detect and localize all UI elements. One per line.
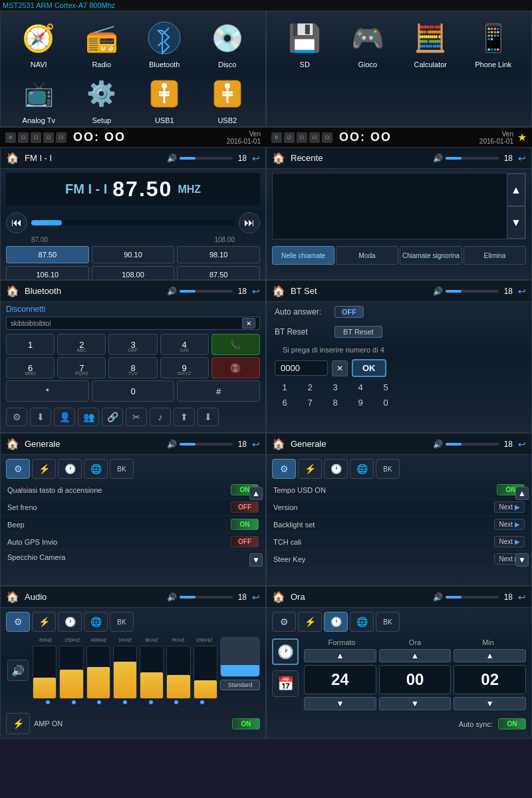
bt-btn-8[interactable]: ⬆: [174, 408, 195, 426]
ora-tab-clock[interactable]: 🕐: [324, 612, 348, 632]
ora-min-down[interactable]: ▼: [454, 697, 526, 710]
app-phonelink[interactable]: 📱 Phone Link: [467, 18, 520, 68]
bt-key-9[interactable]: 9WXYZ: [160, 357, 209, 378]
home-icon-ora[interactable]: 🏠: [272, 591, 285, 603]
audio-tab-settings[interactable]: ⚙: [6, 612, 30, 632]
app-navi[interactable]: 🧭 NAVI: [12, 18, 65, 68]
back-icon-radio[interactable]: ↩: [252, 153, 260, 164]
back-icon-audio[interactable]: ↩: [252, 592, 260, 602]
recente-tab-moda[interactable]: Moda: [336, 246, 398, 265]
home-icon-gen1[interactable]: 🏠: [6, 438, 19, 450]
preset-3[interactable]: 98.10: [177, 246, 260, 263]
gen2-scroll-up[interactable]: ▲: [515, 487, 529, 500]
eq-bar-4[interactable]: [140, 646, 164, 699]
audio-tab-clock[interactable]: 🕐: [58, 612, 82, 632]
audio-eq-icon[interactable]: ⚡: [6, 713, 30, 734]
bt-btn-7[interactable]: ♪: [150, 408, 171, 426]
recente-scroll-up[interactable]: ▲: [507, 174, 525, 206]
gen1-scroll-down[interactable]: ▼: [249, 553, 263, 567]
bt-key-0[interactable]: 0: [92, 380, 175, 402]
app-bluetooth[interactable]: Bluetooth: [138, 18, 191, 68]
home-icon-gen2[interactable]: 🏠: [272, 438, 285, 450]
eq-bar-5[interactable]: [166, 646, 190, 699]
radio-track[interactable]: [31, 220, 235, 225]
home-icon-bt[interactable]: 🏠: [6, 285, 19, 297]
bt-btn-1[interactable]: ⚙: [6, 408, 27, 426]
bt-btn-5[interactable]: 🔗: [102, 408, 123, 426]
ora-ora-down[interactable]: ▼: [379, 697, 452, 710]
preset-1[interactable]: 87.50: [6, 246, 89, 263]
audio-tab-bk[interactable]: BK: [110, 612, 134, 632]
bt-key-hash[interactable]: #: [177, 380, 260, 402]
ora-clock-btn[interactable]: 🕐: [272, 638, 299, 665]
gen2-tab-globe[interactable]: 🌐: [350, 459, 374, 479]
bt-key-star[interactable]: *: [6, 380, 89, 402]
app-gioco[interactable]: 🎮 Gioco: [341, 18, 394, 68]
gen1-tab-settings[interactable]: ⚙: [6, 459, 30, 479]
gen1-tab-eq[interactable]: ⚡: [32, 459, 56, 479]
home-icon[interactable]: 🏠: [6, 152, 19, 164]
bt-key-1[interactable]: 1: [6, 334, 55, 355]
ora-tab-bk[interactable]: BK: [376, 612, 400, 632]
app-sd[interactable]: 💾 SD: [278, 18, 331, 68]
preset-4[interactable]: 106.10: [6, 266, 89, 280]
bt-btn-3[interactable]: 👤: [54, 408, 75, 426]
eq-speaker-icon[interactable]: 🔊: [7, 660, 29, 681]
recente-tab-nelle[interactable]: Nelle chiamate: [272, 246, 334, 265]
audio-tab-globe[interactable]: 🌐: [84, 612, 108, 632]
btset-clear-btn[interactable]: ✕: [332, 360, 348, 376]
bt-btn-4[interactable]: 👥: [78, 408, 99, 426]
bt-key-call-green[interactable]: 📞: [211, 334, 260, 355]
eq-standard-btn[interactable]: Standard: [220, 680, 260, 690]
auto-answer-toggle[interactable]: OFF: [334, 306, 364, 318]
gen1-tab-bk[interactable]: BK: [110, 459, 134, 479]
ora-formato-down[interactable]: ▼: [304, 697, 376, 710]
ora-tab-settings[interactable]: ⚙: [272, 612, 296, 632]
gen1-tab-clock[interactable]: 🕐: [58, 459, 82, 479]
bt-device-clear[interactable]: ✕: [242, 318, 255, 329]
home-icon-btset[interactable]: 🏠: [272, 285, 285, 297]
bt-reset-btn[interactable]: BT Reset: [334, 326, 382, 338]
app-setup[interactable]: ⚙️ Setup: [75, 74, 128, 124]
ora-min-up[interactable]: ▲: [454, 649, 526, 662]
bt-key-call-red[interactable]: 📵: [211, 357, 260, 378]
bt-key-2[interactable]: 2ABC: [57, 334, 106, 355]
eq-bar-0[interactable]: [33, 646, 57, 699]
ora-cal-btn[interactable]: 📅: [272, 670, 299, 697]
bt-key-7[interactable]: 7PQRS: [57, 357, 106, 378]
btset-ok-btn[interactable]: OK: [352, 359, 386, 377]
bt-key-6[interactable]: 6MNO: [6, 357, 55, 378]
recente-tab-elimina[interactable]: Elimina: [464, 246, 526, 265]
recente-tab-chiamate[interactable]: Chiamate signorina: [400, 246, 462, 265]
eq-bar-6[interactable]: [194, 646, 217, 699]
gen1-tab-globe[interactable]: 🌐: [84, 459, 108, 479]
gen2-tab-bk[interactable]: BK: [376, 459, 400, 479]
back-icon-recente[interactable]: ↩: [518, 153, 526, 164]
gen2-tab-clock[interactable]: 🕐: [324, 459, 348, 479]
gen2-scroll-down[interactable]: ▼: [515, 553, 529, 567]
home-icon-audio[interactable]: 🏠: [6, 591, 19, 603]
back-icon-btset[interactable]: ↩: [518, 286, 526, 297]
back-icon-bt[interactable]: ↩: [252, 286, 260, 297]
bt-btn-2[interactable]: ⬇: [30, 408, 51, 426]
back-icon-gen1[interactable]: ↩: [252, 439, 260, 450]
gen2-tab-settings[interactable]: ⚙: [272, 459, 296, 479]
bt-btn-9[interactable]: ⬇: [198, 408, 219, 426]
bt-key-4[interactable]: 4GHI: [160, 334, 209, 355]
recente-scroll-down[interactable]: ▼: [507, 206, 525, 239]
back-icon-ora[interactable]: ↩: [518, 592, 526, 602]
preset-6[interactable]: 87.50: [177, 266, 260, 280]
app-radio[interactable]: 📻 Radio: [75, 18, 128, 68]
eq-right-slider[interactable]: [220, 637, 260, 677]
home-icon-recente[interactable]: 🏠: [272, 152, 285, 164]
eq-bar-1[interactable]: [59, 646, 83, 699]
app-calculator[interactable]: 🧮 Calculator: [404, 18, 457, 68]
audio-tab-eq[interactable]: ⚡: [32, 612, 56, 632]
gen1-scroll-up[interactable]: ▲: [249, 487, 263, 500]
app-disco[interactable]: 💿 Disco: [201, 18, 254, 68]
ora-formato-up[interactable]: ▲: [304, 649, 376, 662]
app-analog-tv[interactable]: 📺 Analog Tv: [12, 74, 65, 124]
preset-2[interactable]: 90.10: [92, 246, 175, 263]
bt-key-3[interactable]: 3DEF: [108, 334, 157, 355]
ora-ora-up[interactable]: ▲: [379, 649, 452, 662]
